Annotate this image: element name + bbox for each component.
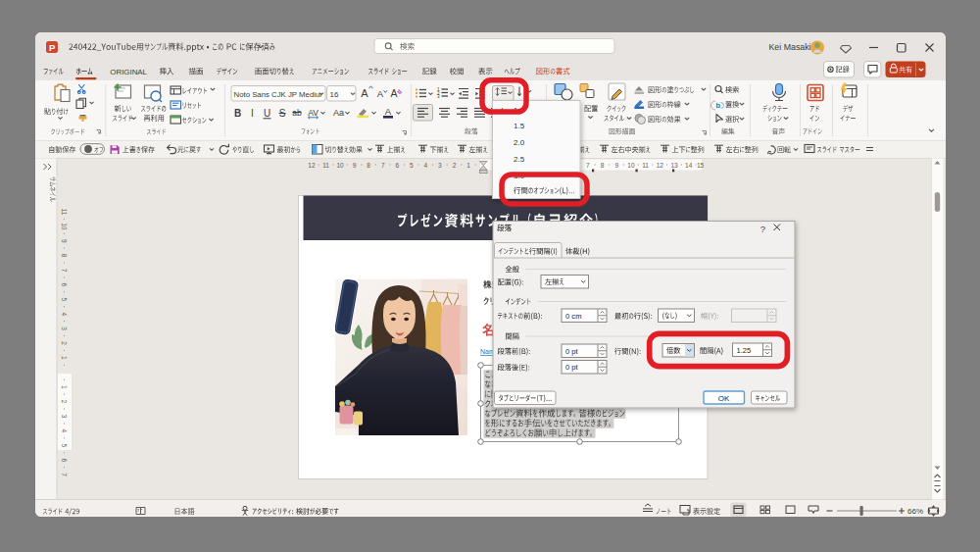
svg-text:9: 9 [353, 162, 357, 169]
svg-text:12: 12 [657, 162, 664, 169]
svg-text:AV: AV [308, 108, 318, 118]
svg-text:6: 6 [395, 162, 399, 169]
svg-text:2: 2 [61, 341, 68, 345]
svg-text:8: 8 [601, 162, 605, 169]
svg-text:11: 11 [61, 209, 68, 216]
svg-text:7: 7 [61, 473, 68, 477]
svg-text:14: 14 [685, 162, 693, 169]
svg-text:A: A [390, 87, 397, 99]
svg-text:11: 11 [642, 162, 649, 169]
svg-text:0 pt: 0 pt [565, 347, 579, 356]
svg-text:16: 16 [330, 90, 339, 99]
svg-text:1: 1 [466, 162, 470, 169]
svg-text:10: 10 [627, 162, 635, 169]
svg-text:B: B [234, 108, 241, 119]
svg-text:15: 15 [697, 162, 705, 169]
svg-text:b: b [716, 101, 721, 110]
svg-text:66%: 66% [907, 507, 923, 516]
svg-text:P: P [49, 42, 56, 53]
svg-text:8: 8 [367, 162, 370, 169]
svg-text:3: 3 [61, 415, 68, 419]
svg-text:5: 5 [61, 443, 68, 447]
svg-text:1.5: 1.5 [514, 122, 525, 130]
svg-text:Kei Masaki: Kei Masaki [769, 42, 811, 52]
svg-text:4: 4 [424, 162, 428, 169]
svg-text:7: 7 [586, 162, 590, 169]
svg-text:OK: OK [718, 394, 730, 403]
svg-text:Aa: Aa [333, 108, 344, 118]
svg-text:11: 11 [322, 162, 329, 169]
svg-text:9: 9 [614, 162, 618, 169]
svg-text:A: A [385, 106, 392, 117]
svg-text:6: 6 [61, 458, 68, 462]
svg-text:13: 13 [670, 162, 678, 169]
svg-text:1: 1 [61, 385, 68, 389]
svg-text:2.5: 2.5 [514, 155, 525, 164]
svg-text:3: 3 [438, 162, 442, 169]
svg-text:12: 12 [308, 162, 316, 169]
svg-text:2: 2 [61, 400, 68, 404]
svg-text:2.0: 2.0 [514, 138, 525, 147]
svg-text:?: ? [760, 224, 765, 234]
svg-text:0 pt: 0 pt [565, 363, 579, 372]
svg-text:2: 2 [453, 162, 457, 169]
svg-text:5: 5 [61, 297, 68, 301]
svg-text:8: 8 [61, 254, 68, 258]
svg-text:Noto Sans CJK JP Mediur: Noto Sans CJK JP Mediur [234, 90, 323, 99]
svg-text:1: 1 [61, 356, 68, 360]
svg-text:10: 10 [336, 162, 344, 169]
svg-text:4: 4 [61, 429, 68, 433]
svg-text:10: 10 [61, 223, 68, 230]
svg-text:7: 7 [61, 269, 68, 273]
svg-text:U: U [264, 108, 270, 119]
svg-text:1.25: 1.25 [737, 346, 752, 355]
svg-text:7: 7 [381, 162, 385, 169]
svg-text:A: A [377, 88, 384, 99]
svg-text:4: 4 [61, 312, 68, 316]
svg-text:6: 6 [61, 283, 68, 287]
svg-text:3: 3 [61, 326, 68, 330]
svg-text:5: 5 [410, 162, 414, 169]
svg-text:0 cm: 0 cm [565, 312, 581, 321]
svg-text:A: A [361, 87, 368, 99]
svg-text:ORIGINAL: ORIGINAL [110, 68, 147, 76]
svg-text:I: I [251, 108, 254, 119]
svg-text:9: 9 [61, 239, 68, 243]
